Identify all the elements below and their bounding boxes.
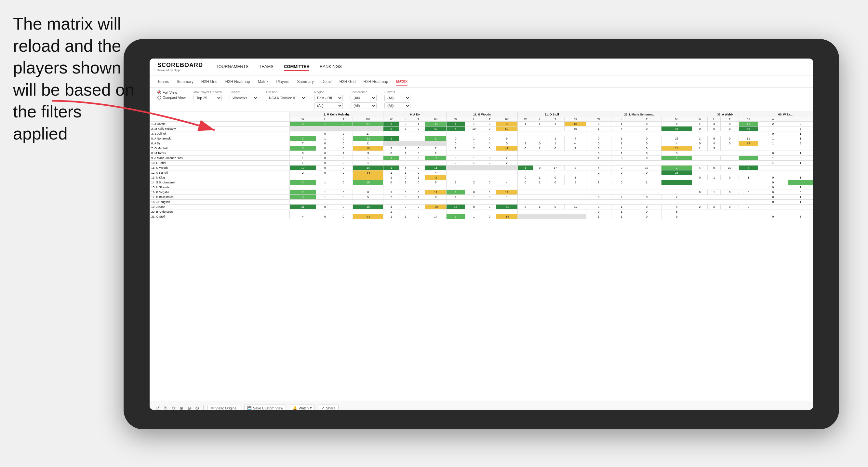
cell [446, 210, 518, 214]
cell: 2 [383, 146, 399, 151]
redo-icon[interactable]: ↻ [164, 406, 168, 410]
region-select[interactable]: East - DII [314, 95, 343, 101]
cell [692, 156, 721, 161]
zoom-icon[interactable]: ⊕ [180, 406, 183, 410]
cell: 0 [334, 141, 353, 146]
cell: 5 [425, 180, 446, 185]
region-sub-select[interactable]: (All) [314, 102, 343, 109]
sub-nav-h2h-heatmap2[interactable]: H2H Heatmap [363, 78, 388, 85]
cell [383, 131, 446, 136]
cell: 0 [518, 175, 533, 180]
cell: 0 [483, 156, 496, 161]
sub-nav-summary[interactable]: Summary [177, 78, 193, 85]
cell [692, 131, 758, 136]
table-row: 8. M Torres 0013 0102 0103 01 [150, 151, 813, 156]
zoom-out-icon[interactable]: ⊖ [187, 406, 191, 410]
sub-nav-detail[interactable]: Detail [322, 78, 332, 85]
cell: 1 [399, 170, 412, 175]
players-sub-select[interactable]: (All) [384, 102, 410, 109]
cell: 2 [739, 205, 758, 210]
cell [412, 210, 425, 214]
sh-w1: W [290, 117, 316, 122]
cell: 1 [465, 214, 483, 219]
nav-rankings[interactable]: RANKINGS [320, 63, 342, 71]
sub-nav-h2h-grid[interactable]: H2H Grid [201, 78, 218, 85]
cell: 11 [425, 190, 446, 195]
cell: -4 [496, 146, 518, 151]
cell [546, 126, 564, 131]
cell: 0 [721, 205, 739, 210]
sub-nav-teams[interactable]: Teams [157, 78, 169, 85]
cell: 1 [399, 151, 412, 156]
cell: 0 [546, 146, 564, 151]
sh-t1: T [334, 117, 353, 122]
cell: 35 [565, 126, 586, 131]
sh-l1: L [316, 117, 334, 122]
sub-nav-players[interactable]: Players [276, 78, 289, 85]
cell: 2 [708, 205, 721, 210]
view-original-btn[interactable]: 👁 View: Original [208, 405, 240, 410]
sh-l5: L [611, 117, 632, 122]
share-btn[interactable]: ↗ Share [319, 405, 338, 410]
cell: 2 [383, 210, 399, 214]
cell: 1 [611, 205, 632, 210]
cell: 0 [758, 151, 788, 156]
bottom-toolbar: ↺ ↻ ⟳ ⊕ ⊖ ⚙ 👁 View: Original 💾 Save Cust… [150, 401, 813, 410]
undo-icon[interactable]: ↺ [156, 406, 160, 410]
save-custom-btn[interactable]: 💾 Save Custom View [244, 405, 286, 410]
cell [425, 210, 446, 214]
cell: 2 [565, 165, 586, 170]
refresh-icon[interactable]: ⟳ [172, 406, 176, 410]
matrix-area[interactable]: 2. M Kelly Mulcahy 6. A Dy 11. G Woods 2… [150, 112, 813, 401]
cell: 0 [611, 180, 632, 185]
table-row: 5. A Nomrowski 310-11 11 0109 14 01025 1… [150, 136, 813, 141]
cell: 1 [352, 161, 383, 165]
cell: 0 [483, 126, 496, 131]
cell: 0 [758, 175, 788, 180]
sub-nav-matrix[interactable]: Matrix [258, 78, 269, 85]
cell: 0 [692, 141, 708, 146]
cell: 0 [483, 122, 496, 126]
watch-label: Watch [299, 406, 309, 410]
cell: 17 [632, 165, 661, 170]
cell: 3 [383, 122, 399, 126]
cell: -51 [496, 205, 518, 210]
cell: 0 [483, 195, 496, 200]
full-view-radio[interactable] [157, 90, 161, 94]
cell: 1 [533, 146, 546, 151]
cell [446, 185, 518, 190]
player-name: 12. A Bianchi [150, 170, 290, 175]
cell: 1 [316, 180, 334, 185]
cell [518, 200, 586, 205]
conference-sub-select[interactable]: (All) [350, 102, 377, 109]
cell: 3 [565, 175, 586, 180]
sub-nav-summary2[interactable]: Summary [297, 78, 313, 85]
cell: 0 [758, 190, 788, 195]
cell: 1 [518, 165, 533, 170]
cell: 0 [758, 195, 788, 200]
table-row: 1. J Garcia 31027 301-11 4100 11110 0106… [150, 122, 813, 126]
settings-icon[interactable]: ⚙ [195, 406, 199, 410]
watch-btn[interactable]: 🔔 Watch ▾ [290, 405, 315, 410]
cell: 0 [334, 122, 353, 126]
cell: 1 [383, 170, 399, 175]
cell: 2 [496, 156, 518, 161]
sub-nav-h2h-heatmap[interactable]: H2H Heatmap [225, 78, 250, 85]
cell: 1 [788, 200, 813, 205]
sub-nav-matrix2[interactable]: Matrix [396, 78, 407, 86]
watch-icon: 🔔 [293, 406, 297, 410]
division-select[interactable]: NCAA Division II [266, 95, 306, 101]
players-label: Players [384, 90, 410, 94]
full-view-option[interactable]: Full View [157, 90, 186, 94]
table-row: 2. M Kelly Mulcahy 07040 410050 35 14045… [150, 126, 813, 131]
cell: 0 [412, 205, 425, 210]
nav-tournaments[interactable]: TOURNAMENTS [216, 63, 248, 71]
players-select[interactable]: (All) [384, 95, 410, 101]
cell: 1 [316, 190, 334, 195]
table-row: 13. N Klug 101-2 0103 0101 01 [150, 175, 813, 180]
nav-teams[interactable]: TEAMS [259, 63, 274, 71]
nav-committee[interactable]: COMMITTEE [284, 63, 309, 71]
sub-nav-h2h-grid2[interactable]: H2H Grid [339, 78, 355, 85]
conference-select[interactable]: (All) [350, 95, 377, 101]
cell [586, 175, 692, 180]
